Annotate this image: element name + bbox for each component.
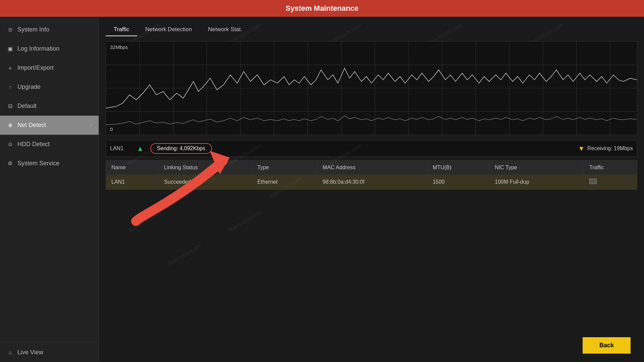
col-name: Name <box>106 161 159 175</box>
col-mtu: MTU(B) <box>427 161 489 175</box>
sidebar-item-import-export[interactable]: » Import/Export <box>0 58 99 77</box>
main-layout: ⊙ System Info ▣ Log Information » Import… <box>0 17 644 362</box>
system-info-icon: ⊙ <box>7 26 13 33</box>
cell-mtu: 1500 <box>427 175 489 189</box>
col-type: Type <box>252 161 317 175</box>
table-header-row: Name Linking Status Type MAC Address MTU… <box>106 161 637 175</box>
cell-nic-type: 100M Full-dup <box>489 175 584 189</box>
sidebar-bottom: ⌂ Live View <box>0 343 99 362</box>
system-service-icon: ⚙ <box>7 160 13 167</box>
sidebar-item-log-information[interactable]: ▣ Log Information <box>0 39 99 58</box>
sidebar-item-label: Net Detect <box>17 122 46 129</box>
receiving-label: Receiving: 19Mbps <box>587 145 633 152</box>
sidebar-item-label: Upgrade <box>17 83 41 90</box>
lan-table: Name Linking Status Type MAC Address MTU… <box>106 161 637 189</box>
sidebar-item-label: System Service <box>17 160 59 167</box>
sidebar: ⊙ System Info ▣ Log Information » Import… <box>0 17 99 362</box>
tab-network-detection[interactable]: Network Detection <box>137 23 200 36</box>
lan-label: LAN1 <box>110 145 123 152</box>
sidebar-item-default[interactable]: ⊟ Default <box>0 97 99 116</box>
live-view-icon: ⌂ <box>7 350 13 356</box>
download-arrow-icon: ▼ <box>578 145 585 153</box>
col-traffic: Traffic <box>584 161 637 175</box>
col-nic-type: NIC Type <box>489 161 584 175</box>
cell-name: LAN1 <box>106 175 159 189</box>
chart-min-label: 0 <box>110 126 113 132</box>
page-title: System Maintenance <box>285 4 359 13</box>
sidebar-item-label: System Info <box>17 26 49 33</box>
chart-svg <box>106 42 637 135</box>
sidebar-item-net-detect[interactable]: ⊕ Net Detect › <box>0 116 99 135</box>
title-bar: System Maintenance <box>0 0 644 17</box>
sidebar-item-hdd-detect[interactable]: ⊙ HDD Detect <box>0 135 99 154</box>
sidebar-item-system-service[interactable]: ⚙ System Service <box>0 154 99 173</box>
tabs: Traffic Network Detection Network Stat. <box>106 23 637 36</box>
cell-linking-status: Succeeded <box>159 175 252 189</box>
col-linking-status: Linking Status <box>159 161 252 175</box>
upgrade-icon: ↑ <box>7 84 13 90</box>
receiving-info: ▼ Receiving: 19Mbps <box>578 145 633 153</box>
traffic-view-icon[interactable] <box>589 179 597 184</box>
tab-traffic[interactable]: Traffic <box>106 23 137 36</box>
cell-traffic[interactable] <box>584 175 637 189</box>
tab-network-stat[interactable]: Network Stat. <box>200 23 250 36</box>
network-table: Name Linking Status Type MAC Address MTU… <box>106 160 637 190</box>
net-detect-icon: ⊕ <box>7 122 13 128</box>
sidebar-item-label: Import/Export <box>17 64 54 71</box>
hdd-detect-icon: ⊙ <box>7 141 13 147</box>
import-export-icon: » <box>7 65 13 71</box>
back-button[interactable]: Back <box>583 337 631 354</box>
traffic-chart: 32Mbps 0 <box>106 41 637 135</box>
sidebar-item-system-info[interactable]: ⊙ System Info <box>0 20 99 39</box>
sidebar-item-upgrade[interactable]: ↑ Upgrade <box>0 77 99 97</box>
sending-badge: Sending: 4,092Kbps <box>150 143 212 154</box>
sidebar-item-live-view[interactable]: ⌂ Live View <box>0 343 99 362</box>
content-area: learncctv.com learncctv.com learncctv.co… <box>99 17 644 362</box>
chart-max-label: 32Mbps <box>110 44 128 50</box>
default-icon: ⊟ <box>7 103 13 109</box>
sidebar-item-label: Live View <box>17 349 43 356</box>
log-info-icon: ▣ <box>7 46 13 52</box>
sidebar-item-label: Log Information <box>17 45 59 52</box>
upload-arrow-icon: ▲ <box>137 145 144 153</box>
cell-type: Ethernet <box>252 175 317 189</box>
network-status-bar: LAN1 ▲ Sending: 4,092Kbps ▼ Receiving: 1… <box>106 140 637 157</box>
chevron-right-icon: › <box>90 122 92 129</box>
sidebar-item-label: Default <box>17 103 37 110</box>
cell-mac: 98:8b:0a:d4:30:0f <box>317 175 427 189</box>
col-mac-address: MAC Address <box>317 161 427 175</box>
table-row: LAN1 Succeeded Ethernet 98:8b:0a:d4:30:0… <box>106 175 637 189</box>
sidebar-item-label: HDD Detect <box>17 141 50 148</box>
